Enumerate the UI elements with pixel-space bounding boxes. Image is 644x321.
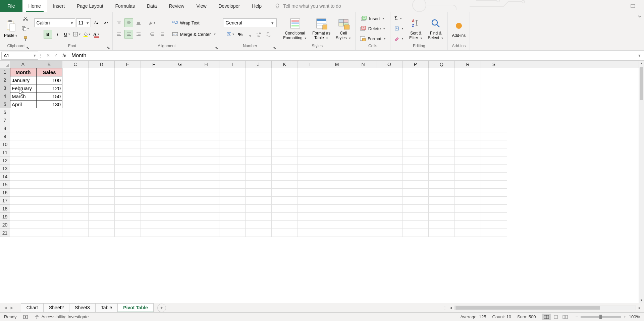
cell-N9[interactable] [350, 132, 376, 140]
cell-N18[interactable] [350, 205, 376, 213]
cell-D15[interactable] [89, 181, 115, 189]
cell-E21[interactable] [115, 229, 141, 237]
column-header-P[interactable]: P [402, 61, 429, 68]
cell-H12[interactable] [193, 156, 219, 165]
cell-K8[interactable] [272, 124, 298, 132]
fill-button[interactable]: ▼ [392, 24, 406, 33]
sheet-tab-table[interactable]: Table [95, 303, 118, 312]
cell-R3[interactable] [455, 84, 481, 92]
cell-J14[interactable] [246, 173, 272, 181]
cell-H18[interactable] [193, 205, 219, 213]
cell-S9[interactable] [481, 132, 507, 140]
alignment-launcher[interactable]: ⬊ [215, 46, 219, 50]
cell-E13[interactable] [115, 165, 141, 173]
column-header-F[interactable]: F [141, 61, 167, 68]
cell-J9[interactable] [246, 132, 272, 140]
row-header-20[interactable]: 20 [0, 221, 10, 229]
cell-L3[interactable] [298, 84, 324, 92]
cell-styles-button[interactable]: Cell Styles ▼ [334, 14, 353, 43]
cell-E2[interactable] [115, 76, 141, 84]
cell-N4[interactable] [350, 92, 376, 100]
align-right-button[interactable] [134, 30, 143, 39]
cell-O4[interactable] [376, 92, 402, 100]
cell-L18[interactable] [298, 205, 324, 213]
cell-L9[interactable] [298, 132, 324, 140]
cell-I12[interactable] [219, 156, 246, 165]
collapse-ribbon-button[interactable] [629, 2, 637, 10]
cell-M8[interactable] [324, 124, 350, 132]
cell-A10[interactable] [10, 140, 36, 148]
cell-N19[interactable] [350, 213, 376, 221]
cell-I8[interactable] [219, 124, 246, 132]
column-header-M[interactable]: M [324, 61, 350, 68]
cell-N10[interactable] [350, 140, 376, 148]
expand-formula-bar-button[interactable]: ▾ [635, 53, 644, 58]
cell-R20[interactable] [455, 221, 481, 229]
cell-O21[interactable] [376, 229, 402, 237]
cell-P15[interactable] [402, 181, 429, 189]
cell-L5[interactable] [298, 100, 324, 108]
cell-H10[interactable] [193, 140, 219, 148]
cell-S1[interactable] [481, 68, 507, 76]
cell-J15[interactable] [246, 181, 272, 189]
cell-E9[interactable] [115, 132, 141, 140]
cell-I6[interactable] [219, 108, 246, 116]
cell-B3[interactable]: 120 [36, 84, 62, 92]
cell-I9[interactable] [219, 132, 246, 140]
cell-I11[interactable] [219, 148, 246, 156]
cell-C20[interactable] [62, 221, 89, 229]
cell-P10[interactable] [402, 140, 429, 148]
cell-Q9[interactable] [429, 132, 455, 140]
cell-M14[interactable] [324, 173, 350, 181]
column-header-J[interactable]: J [246, 61, 272, 68]
cell-G10[interactable] [167, 140, 193, 148]
cell-P16[interactable] [402, 189, 429, 197]
cell-F17[interactable] [141, 197, 167, 205]
cell-P17[interactable] [402, 197, 429, 205]
cell-O14[interactable] [376, 173, 402, 181]
cell-C8[interactable] [62, 124, 89, 132]
sheet-tab-sheet3[interactable]: Sheet3 [69, 303, 95, 312]
vscroll-thumb[interactable] [640, 67, 643, 100]
cell-C9[interactable] [62, 132, 89, 140]
cell-K11[interactable] [272, 148, 298, 156]
cell-I16[interactable] [219, 189, 246, 197]
paste-button[interactable]: Paste▼ [2, 14, 20, 43]
zoom-out-button[interactable]: − [576, 314, 578, 319]
cell-D4[interactable] [89, 92, 115, 100]
cell-A15[interactable] [10, 181, 36, 189]
cut-button[interactable] [21, 14, 30, 23]
row-header-12[interactable]: 12 [0, 156, 10, 165]
sheet-tab-chart[interactable]: Chart [21, 303, 44, 312]
cell-Q6[interactable] [429, 108, 455, 116]
cell-N1[interactable] [350, 68, 376, 76]
cell-J12[interactable] [246, 156, 272, 165]
cell-R16[interactable] [455, 189, 481, 197]
row-header-2[interactable]: 2 [0, 76, 10, 84]
cell-E11[interactable] [115, 148, 141, 156]
cell-Q16[interactable] [429, 189, 455, 197]
cell-G5[interactable] [167, 100, 193, 108]
cell-M21[interactable] [324, 229, 350, 237]
cell-G11[interactable] [167, 148, 193, 156]
cell-L12[interactable] [298, 156, 324, 165]
cell-D11[interactable] [89, 148, 115, 156]
cell-B10[interactable] [36, 140, 62, 148]
find-select-button[interactable]: Find & Select ▼ [426, 14, 446, 43]
cell-C14[interactable] [62, 173, 89, 181]
cell-Q21[interactable] [429, 229, 455, 237]
cell-D20[interactable] [89, 221, 115, 229]
font-color-button[interactable]: A▼ [92, 30, 101, 39]
cell-E17[interactable] [115, 197, 141, 205]
sort-filter-button[interactable]: AZ Sort & Filter ▼ [407, 14, 425, 43]
percent-button[interactable]: % [236, 30, 245, 39]
cell-L14[interactable] [298, 173, 324, 181]
cells-area[interactable]: MonthSalesJanuary100February120March150A… [10, 68, 639, 303]
row-header-6[interactable]: 6 [0, 108, 10, 116]
cell-A16[interactable] [10, 189, 36, 197]
cell-L15[interactable] [298, 181, 324, 189]
cell-S14[interactable] [481, 173, 507, 181]
cell-M11[interactable] [324, 148, 350, 156]
tab-help[interactable]: Help [246, 0, 268, 12]
cell-K21[interactable] [272, 229, 298, 237]
